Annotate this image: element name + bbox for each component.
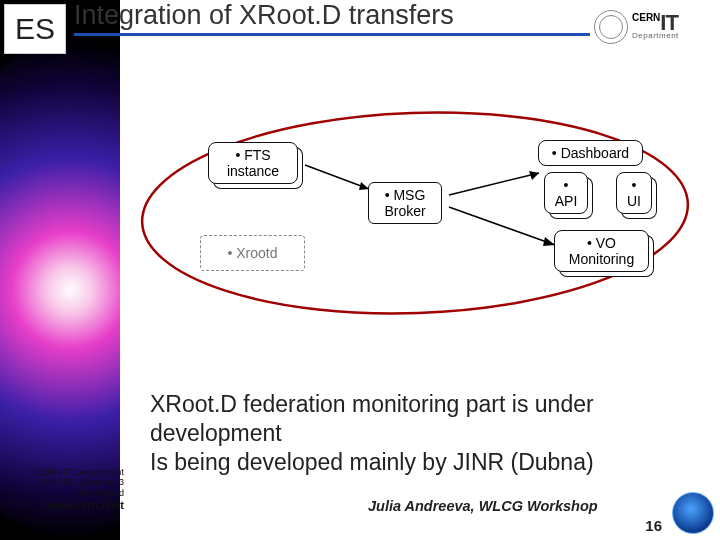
addr-line-1: CERN IT Department — [2, 466, 124, 477]
svg-marker-4 — [529, 171, 539, 180]
addr-line-2: CH-1211 Geneva 23 — [2, 477, 124, 488]
svg-line-1 — [305, 165, 369, 189]
cern-globe-icon — [672, 492, 714, 534]
node-vo-monitoring: • VO Monitoring — [554, 230, 649, 272]
logo-dept-label: Department — [632, 33, 679, 40]
node-api: • API — [544, 172, 588, 214]
node-msg-broker: • MSG Broker — [368, 182, 442, 224]
cern-rings-icon — [594, 10, 628, 44]
cern-it-logo: CERNIT Department — [594, 6, 712, 48]
body-paragraph: XRoot.D federation monitoring part is un… — [150, 390, 690, 476]
addr-line-3: Switzerland — [2, 488, 124, 499]
footer-url: www.cern.ch/it — [2, 499, 124, 512]
node-ui: • UI — [616, 172, 652, 214]
node-dashboard: • Dashboard — [538, 140, 643, 166]
page-number: 16 — [645, 517, 662, 534]
svg-line-5 — [449, 207, 555, 245]
node-fts-instance: • FTS instance — [208, 142, 298, 184]
architecture-diagram: • FTS instance • MSG Broker • Dashboard … — [130, 100, 705, 350]
es-badge: ES — [4, 4, 66, 54]
sidebar-decoration — [0, 0, 120, 540]
footer-address: CERN IT Department CH-1211 Geneva 23 Swi… — [2, 466, 124, 512]
slide-title: Integration of XRoot.D transfers — [74, 0, 590, 36]
slide: ES Integration of XRoot.D transfers CERN… — [0, 0, 720, 540]
svg-line-3 — [449, 173, 539, 195]
author-credit: Julia Andreeva, WLCG Workshop — [368, 498, 598, 514]
node-xrootd: • Xrootd — [200, 235, 305, 271]
